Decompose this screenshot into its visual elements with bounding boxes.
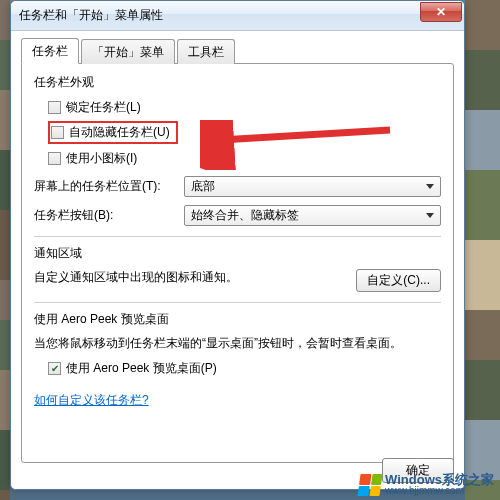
tab-startmenu[interactable]: 「开始」菜单 [81,39,175,64]
combo-taskbar-position[interactable]: 底部 [184,176,441,197]
chevron-down-icon [426,213,434,218]
label-taskbar-buttons: 任务栏按钮(B): [34,207,184,224]
label-autohide-taskbar: 自动隐藏任务栏(U) [69,124,170,141]
text-notification-desc: 自定义通知区域中出现的图标和通知。 [34,268,238,286]
bg-right-strip [465,0,500,500]
group-aeropeek-title: 使用 Aero Peek 预览桌面 [34,311,441,328]
tabpanel-taskbar: 任务栏外观 锁定任务栏(L) 自动隐藏任务栏(U) 使用小图标(I) [21,63,454,463]
row-aeropeek-checkbox: ✔ 使用 Aero Peek 预览桌面(P) [48,358,441,378]
check-icon: ✔ [51,363,59,374]
watermark: Windows系统之家 www.bjjmmw.com [359,473,494,496]
chevron-down-icon [426,184,434,189]
row-taskbar-position: 屏幕上的任务栏位置(T): 底部 [34,176,441,197]
client-area: 任务栏 「开始」菜单 工具栏 任务栏外观 锁定任务栏(L) 自动隐藏任务栏(U) [11,31,464,489]
titlebar: 任务栏和「开始」菜单属性 ✕ [11,1,464,31]
tab-toolbars[interactable]: 工具栏 [177,39,235,64]
checkbox-aeropeek[interactable]: ✔ [48,362,61,375]
highlight-autohide: 自动隐藏任务栏(U) [48,121,178,144]
bg-left-strip [0,0,10,500]
windows-logo-icon [358,474,383,496]
customize-button[interactable]: 自定义(C)... [356,269,441,292]
watermark-text: Windows系统之家 www.bjjmmw.com [385,473,494,496]
row-lock-taskbar: 锁定任务栏(L) [48,97,441,117]
label-aeropeek: 使用 Aero Peek 预览桌面(P) [66,360,217,377]
checkbox-small-icons[interactable] [48,152,61,165]
checkbox-autohide-taskbar[interactable] [51,126,64,139]
group-appearance-title: 任务栏外观 [34,74,441,91]
tabstrip: 任务栏 「开始」菜单 工具栏 [21,39,454,63]
customize-button-label: 自定义(C)... [367,273,430,287]
close-button[interactable]: ✕ [420,2,462,22]
label-small-icons: 使用小图标(I) [66,150,137,167]
combo-taskbar-position-value: 底部 [191,178,215,195]
tab-toolbars-label: 工具栏 [188,45,224,59]
window-title: 任务栏和「开始」菜单属性 [19,7,420,24]
label-lock-taskbar: 锁定任务栏(L) [66,99,141,116]
tab-taskbar-label: 任务栏 [32,44,68,58]
group-notification-title: 通知区域 [34,245,441,262]
link-how-to-customize[interactable]: 如何自定义该任务栏? [34,393,149,407]
divider-1 [34,236,441,237]
combo-taskbar-buttons-value: 始终合并、隐藏标签 [191,207,299,224]
tab-startmenu-label: 「开始」菜单 [92,45,164,59]
watermark-line2: www.bjjmmw.com [385,486,494,496]
row-autohide-taskbar: 自动隐藏任务栏(U) [48,121,441,144]
row-small-icons: 使用小图标(I) [48,148,441,168]
dialog-window: 任务栏和「开始」菜单属性 ✕ 任务栏 「开始」菜单 工具栏 任务栏外观 锁定任务… [10,0,465,490]
row-taskbar-buttons: 任务栏按钮(B): 始终合并、隐藏标签 [34,205,441,226]
close-icon: ✕ [436,5,446,19]
divider-2 [34,302,441,303]
link-how-to-customize-label: 如何自定义该任务栏? [34,393,149,407]
checkbox-lock-taskbar[interactable] [48,101,61,114]
label-taskbar-position: 屏幕上的任务栏位置(T): [34,178,184,195]
tab-taskbar[interactable]: 任务栏 [21,38,79,64]
row-notification-desc: 自定义通知区域中出现的图标和通知。 自定义(C)... [34,268,441,292]
combo-taskbar-buttons[interactable]: 始终合并、隐藏标签 [184,205,441,226]
text-aeropeek-desc: 当您将鼠标移动到任务栏末端的“显示桌面”按钮时，会暂时查看桌面。 [34,334,441,352]
